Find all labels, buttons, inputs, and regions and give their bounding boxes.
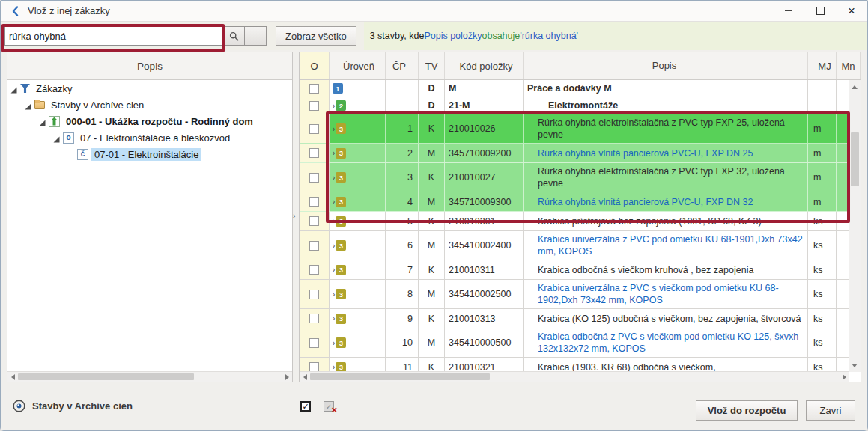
tree-expander-icon[interactable] (25, 101, 32, 108)
description-cell: Krabica univerzálna z PVC s viečkom pod … (524, 280, 808, 308)
mj-cell: m (808, 163, 837, 192)
table-row[interactable]: ›34M345710009300Rúrka ohybná vlnitá panc… (300, 192, 861, 212)
row-select-cell (300, 114, 330, 143)
row-checkbox[interactable] (309, 290, 319, 299)
close-button[interactable]: × (836, 1, 867, 21)
dialog-buttons: Vlož do rozpočtu Zavri (696, 400, 855, 421)
maximize-button[interactable] (804, 1, 836, 21)
row-checkbox[interactable] (309, 216, 319, 226)
column-header-1[interactable]: Úroveň (330, 52, 386, 79)
column-header-6[interactable]: MJ (808, 52, 837, 79)
row-checkbox[interactable] (309, 265, 319, 275)
close-dialog-button[interactable]: Zavri (806, 400, 855, 421)
mj-cell: m (808, 192, 837, 211)
red-x-icon: × (331, 404, 337, 415)
row-checkbox[interactable] (309, 338, 319, 348)
level-cell: ›3 (330, 144, 386, 162)
panel-splitter[interactable]: › (293, 52, 299, 382)
tree-expander-icon[interactable] (53, 134, 61, 141)
table-row[interactable]: ›311K210010321Krabica (1903. KR 68) odbo… (300, 358, 861, 372)
show-all-button[interactable]: Zobraz všetko (276, 26, 356, 46)
scroll-left-icon[interactable] (7, 374, 18, 380)
clear-selection-checkbox[interactable]: ✓× (324, 401, 334, 412)
table-body: 1DMPráce a dodávky M›2D21-MElektromontáž… (300, 80, 861, 372)
level-cell: ›3 (330, 163, 386, 192)
tree-item[interactable]: 000-01 - Ukážka rozpočtu - Rodinný dom (7, 113, 292, 129)
back-button[interactable] (5, 3, 25, 19)
tree-panel-header: Popis (7, 52, 292, 80)
column-header-3[interactable]: TV (419, 52, 445, 79)
scrollbar-thumb[interactable] (851, 132, 859, 186)
table-row[interactable]: ›36M345410002400Krabica univerzálna z PV… (300, 231, 861, 260)
tree-item[interactable]: o07 - Elektroinštálácie a bleskozvod (7, 129, 292, 146)
table-row[interactable]: ›32M345710009200Rúrka ohybná vlnitá panc… (300, 144, 861, 163)
row-checkbox[interactable] (309, 84, 319, 94)
table-horizontal-scrollbar[interactable] (300, 371, 849, 382)
row-select-cell (300, 80, 330, 97)
select-all-checkbox[interactable]: ✓ (300, 401, 311, 412)
tree-item-label: 07-01 - Elektroinštalácie (91, 148, 201, 161)
scrollbar-thumb[interactable] (18, 373, 194, 380)
row-checkbox[interactable] (309, 173, 319, 183)
status-field: Popis položky (424, 31, 482, 41)
row-checkbox[interactable] (309, 197, 319, 207)
scroll-down-icon[interactable] (849, 360, 860, 370)
level-cell: ›3 (330, 260, 386, 279)
table-row[interactable]: ›310M345410000500Krabica odbočná z PVC s… (300, 328, 861, 358)
level-expander-icon: › (333, 125, 335, 133)
search-input[interactable] (4, 26, 223, 46)
tree-expander-icon[interactable] (39, 117, 46, 125)
scroll-up-icon[interactable] (849, 82, 860, 92)
level-expander-icon: › (333, 217, 335, 225)
table-row[interactable]: ›35K210010301Krabica prístrojová bez zap… (300, 212, 861, 231)
tree-item[interactable]: Zákazky (7, 80, 292, 97)
splitter-collapse-icon[interactable]: › (293, 211, 296, 220)
mj-cell: ks (808, 328, 837, 357)
insert-to-budget-button[interactable]: Vlož do rozpočtu (696, 400, 798, 421)
tv-cell: K (419, 260, 445, 279)
table-row[interactable]: ›33K210010027Rúrka ohybná elektroinštala… (300, 163, 861, 192)
scroll-right-icon[interactable] (282, 374, 292, 380)
table-row[interactable]: ›37K210010311Krabica odbočná s viečkom k… (300, 260, 861, 280)
minimize-button[interactable] (773, 1, 804, 21)
table-row[interactable]: ›39K210010313Krabica (KO 125) odbočná s … (300, 309, 861, 328)
column-header-0[interactable]: O (300, 52, 330, 79)
table-row[interactable]: 1DMPráce a dodávky M (300, 80, 861, 97)
status-term: 'rúrka ohybná' (520, 31, 578, 41)
status-prefix: 3 stavby, kde (370, 31, 425, 41)
table-row[interactable]: ›38M345410002500Krabica univerzálna z PV… (300, 280, 861, 309)
scrollbar-thumb[interactable] (310, 373, 490, 380)
tree-horizontal-scrollbar[interactable] (7, 371, 292, 382)
row-checkbox[interactable] (309, 101, 319, 111)
code-cell: 210010311 (445, 260, 524, 279)
level-expander-icon: › (333, 339, 335, 347)
column-header-7[interactable]: Mn (837, 52, 861, 79)
cp-cell: 8 (386, 280, 419, 308)
table-row[interactable]: ›2D21-MElektromontáže (300, 97, 861, 114)
tree-item[interactable]: Stavby v Archíve cien (7, 97, 292, 113)
search-options-dropdown[interactable] (245, 26, 267, 46)
table-row[interactable]: ›31K210010026Rúrka ohybná elektroinštala… (300, 114, 861, 144)
level-cell: ›3 (330, 212, 386, 230)
column-header-5[interactable]: Popis (524, 52, 808, 79)
row-checkbox[interactable] (309, 314, 319, 323)
scroll-right-icon[interactable] (839, 374, 849, 380)
tree-item-label: 07 - Elektroinštálácie a bleskozvod (77, 132, 233, 144)
column-header-2[interactable]: ČP (386, 52, 419, 79)
level-expander-icon: › (333, 149, 335, 157)
row-checkbox[interactable] (309, 124, 319, 134)
level-cell: 1 (330, 80, 386, 97)
tv-cell: M (419, 231, 445, 260)
search-result-status: 3 stavby, kde Popis položky obsahuje 'rú… (364, 22, 867, 50)
window-title: Vlož z inej zákazky (28, 5, 110, 16)
mj-cell: m (808, 144, 837, 162)
tree-item[interactable]: č07-01 - Elektroinštalácie (7, 146, 292, 162)
table-vertical-scrollbar[interactable] (849, 80, 861, 372)
row-checkbox[interactable] (309, 241, 319, 251)
tree-expander-icon[interactable] (10, 85, 18, 92)
row-select-cell (300, 212, 330, 230)
scroll-left-icon[interactable] (300, 374, 310, 380)
row-checkbox[interactable] (309, 148, 319, 158)
column-header-4[interactable]: Kód položky (445, 52, 524, 79)
search-button[interactable] (223, 26, 245, 46)
